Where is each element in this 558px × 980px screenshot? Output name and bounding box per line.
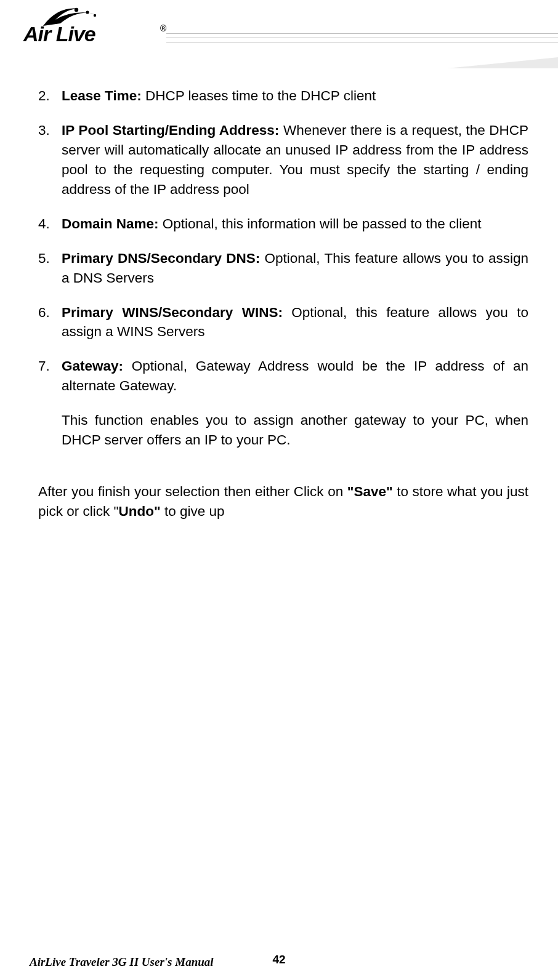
closing-text: to give up <box>161 504 225 519</box>
list-item-body: Optional, Gateway Address would be the I… <box>62 358 528 393</box>
list-number: 5. <box>38 249 50 268</box>
list-item-title: Primary DNS/Secondary DNS: <box>62 251 260 266</box>
list-item: 7. Gateway: Optional, Gateway Address wo… <box>62 356 528 396</box>
list-number: 2. <box>38 86 50 106</box>
list-item-body: DHCP leases time to the DHCP client <box>142 88 376 103</box>
list-item-body: Optional, this information will be passe… <box>159 216 482 231</box>
svg-point-0 <box>75 8 78 12</box>
page-footer: AirLive Traveler 3G II User's Manual 42 <box>0 950 558 969</box>
list-item-title: Domain Name: <box>62 216 159 231</box>
list-item: 2. Lease Time: DHCP leases time to the D… <box>62 86 528 106</box>
svg-point-2 <box>94 14 96 17</box>
list-item-title: Gateway: <box>62 358 123 374</box>
footer-doc-title: AirLive Traveler 3G II User's Manual <box>30 955 214 969</box>
list-number: 6. <box>38 303 50 323</box>
header-divider <box>166 30 558 63</box>
page-header: Air Live ® <box>0 0 558 68</box>
list-item: 4. Domain Name: Optional, this informati… <box>62 214 528 234</box>
list-item-extra: This function enables you to assign anot… <box>38 411 528 450</box>
save-label: "Save" <box>347 484 393 499</box>
list-item: 3. IP Pool Starting/Ending Address: When… <box>62 121 528 199</box>
undo-label: Undo" <box>119 504 161 519</box>
list-item-title: Primary WINS/Secondary WINS: <box>62 305 283 320</box>
page-content: 2. Lease Time: DHCP leases time to the D… <box>0 68 558 521</box>
brand-name: Air Live <box>23 22 95 46</box>
trademark-icon: ® <box>160 23 166 33</box>
closing-text: After you finish your selection then eit… <box>38 484 347 499</box>
list-item-title: IP Pool Starting/Ending Address: <box>62 122 279 138</box>
brand-logo: Air Live ® <box>18 5 160 54</box>
list-item: 6. Primary WINS/Secondary WINS: Optional… <box>62 303 528 342</box>
list-item-title: Lease Time: <box>62 88 142 103</box>
numbered-list: 2. Lease Time: DHCP leases time to the D… <box>38 86 528 396</box>
list-item: 5. Primary DNS/Secondary DNS: Optional, … <box>62 249 528 288</box>
page-number: 42 <box>272 953 285 966</box>
list-number: 4. <box>38 214 50 234</box>
list-number: 7. <box>38 356 50 376</box>
list-number: 3. <box>38 121 50 140</box>
closing-paragraph: After you finish your selection then eit… <box>38 482 528 521</box>
svg-point-1 <box>86 10 89 14</box>
